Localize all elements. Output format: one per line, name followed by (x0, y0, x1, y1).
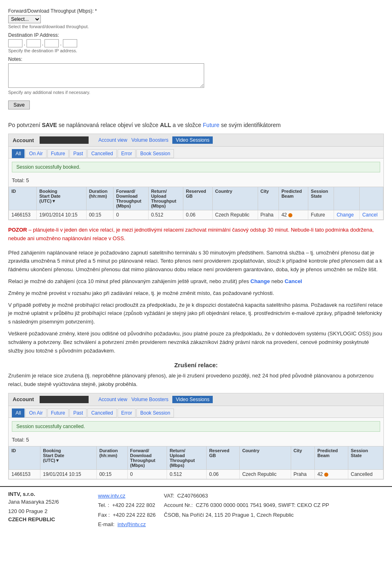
th-return-1: Return/UploadThroughput(Mbps) (148, 187, 183, 210)
desc-text-1: Po potvrzení SAVE se naplánovaná relace … (8, 121, 384, 129)
tab-error-2[interactable]: Error (118, 408, 136, 417)
footer-company-name: INTV, s.r.o. (8, 491, 90, 497)
video-sessions-btn-1[interactable]: Video Sessions (172, 136, 213, 144)
warning-text: POZOR – plánujete-li v jeden den více re… (8, 226, 384, 243)
notes-label: Notes: (8, 56, 384, 62)
tab-all-1[interactable]: All (12, 149, 24, 158)
body-para-1: Před zahájením naplánované relace je pož… (8, 249, 384, 274)
tab-book-session-1[interactable]: Book Session (136, 149, 174, 158)
footer-company-col: INTV, s.r.o. Jana Masaryka 252/6 120 00 … (8, 491, 90, 529)
ip-octet-2[interactable] (27, 39, 41, 47)
th-id-2: ID (9, 446, 40, 469)
footer-address-2: 120 00 Prague 2 (8, 508, 47, 514)
tab-error-1[interactable]: Error (118, 149, 136, 158)
account-nav-1: Account view Volume Boosters Video Sessi… (98, 136, 213, 144)
th-id-1: ID (9, 187, 37, 210)
footer-vat-row: VAT: CZ40766063 (164, 491, 329, 500)
account-header-2: Account Account view Volume Boosters Vid… (9, 393, 383, 406)
th-forward-2: Forward/DownloadThroughput(Mbps) (127, 446, 167, 469)
cancel-link-1[interactable]: Cancel (362, 212, 377, 218)
cell-forward-1: 0 (114, 210, 148, 220)
th-start-1[interactable]: BookingStart Date(UTC)▼ (37, 187, 87, 210)
account-panel-2: Account Account view Volume Boosters Vid… (8, 393, 384, 480)
notes-hint: Specify any additional notes if necessar… (8, 90, 384, 95)
account-panel-1: Account Account view Volume Boosters Vid… (8, 134, 384, 220)
th-return-2: Return/UploadThroughput(Mbps) (167, 446, 207, 469)
account-view-link-2[interactable]: Account view (98, 397, 127, 402)
ip-octet-1[interactable] (8, 39, 22, 47)
footer-vat-label: VAT: (164, 493, 174, 499)
session-table-2: ID BookingStart Date(UTC)▼ Duration(hh:m… (9, 446, 383, 479)
cell-duration-1: 00:15 (86, 210, 114, 220)
footer-tel: +420 224 222 802 (112, 502, 155, 508)
footer-email-link[interactable]: intv@intv.cz (118, 521, 146, 527)
desc-future-link[interactable]: Future (203, 122, 219, 128)
desc-save-bold: SAVE (42, 122, 57, 128)
table-row: 1466153 19/01/2014 10:15 00:15 0 0.512 0… (9, 210, 383, 220)
footer-contact-col: www.intv.cz Tel. : +420 224 222 802 Fax … (98, 491, 156, 529)
desc-all-bold: ALL (160, 122, 171, 128)
total-line-2: Total: 5 (9, 435, 383, 444)
desc-middle: se naplánovaná relace objeví ve složce (57, 122, 160, 128)
th-start-2[interactable]: BookingStart Date(UTC)▼ (40, 446, 97, 469)
footer-czech: CZECH REPUBLIC (8, 516, 90, 522)
video-sessions-btn-2[interactable]: Video Sessions (172, 396, 213, 403)
account-view-link-1[interactable]: Account view (98, 137, 127, 143)
throughput-select[interactable]: Select... (8, 15, 41, 23)
tab-onair-1[interactable]: On Air (25, 149, 46, 158)
tab-future-2[interactable]: Future (47, 408, 69, 417)
tab-book-session-2[interactable]: Book Session (136, 408, 174, 417)
cell-start-1: 19/01/2014 10:15 (37, 210, 87, 220)
cell-forward-2: 0 (127, 469, 167, 479)
volume-boosters-link-2[interactable]: Volume Boosters (131, 397, 169, 402)
beam-dot-1 (288, 213, 292, 217)
ip-dot-3: . (60, 40, 62, 47)
body-para-3: Změny je možné provést v rozsahu jako př… (8, 289, 384, 298)
th-city-2: City (291, 446, 314, 469)
th-country-2: Country (240, 446, 291, 469)
change-link-1[interactable]: Change (336, 212, 354, 218)
cancellation-heading: Zrušení relace: (8, 362, 384, 368)
body-para-4: V případě potřeby je možné probíhající r… (8, 301, 384, 326)
form-section: Forward/Download Throughput (Mbps): * Se… (8, 4, 384, 114)
warning-pozor: POZOR (8, 227, 27, 233)
th-state-1: SessionState (308, 187, 334, 210)
cancel-highlight: Cancel (285, 278, 302, 284)
cell-return-2: 0.512 (167, 469, 207, 479)
ip-octet-3[interactable] (45, 39, 59, 47)
footer-website-link[interactable]: www.intv.cz (98, 493, 125, 499)
save-button[interactable]: Save (8, 100, 30, 109)
th-change-1 (334, 187, 360, 210)
cell-change-1[interactable]: Change (334, 210, 360, 220)
tab-all-2[interactable]: All (12, 408, 24, 417)
warning-body: – plánujete-li v jeden den více relací, … (8, 227, 374, 241)
cell-cancel-1[interactable]: Cancel (360, 210, 383, 220)
cell-reserved-1: 0.06 (183, 210, 213, 220)
ip-dot-1: . (24, 40, 25, 47)
th-city-1: City (258, 187, 278, 210)
tab-bar-2: All On Air Future Past Cancelled Error B… (9, 406, 383, 418)
tab-cancelled-2[interactable]: Cancelled (87, 408, 116, 417)
tab-past-1[interactable]: Past (69, 149, 87, 158)
throughput-label: Forward/Download Throughput (Mbps): * (8, 8, 384, 14)
ip-dot-2: . (42, 40, 44, 47)
destination-ip-hint: Specify the destination IP address. (8, 48, 384, 53)
ip-octet-4[interactable] (63, 39, 77, 47)
cell-country-2: Czech Republic (240, 469, 291, 479)
th-duration-2: Duration(hh:mm) (97, 446, 127, 469)
volume-boosters-link-1[interactable]: Volume Boosters (131, 137, 169, 143)
th-state-2: SessionState (348, 446, 383, 469)
tab-cancelled-1[interactable]: Cancelled (87, 149, 116, 158)
tab-onair-2[interactable]: On Air (25, 408, 46, 417)
footer-tel-row: Tel. : +420 224 222 802 (98, 500, 156, 510)
cell-reserved-2: 0.06 (207, 469, 240, 479)
desc-before: Po potvrzení (8, 122, 42, 128)
notes-textarea[interactable] (8, 63, 204, 88)
cell-beam-1: 42 (279, 210, 308, 220)
footer-vat-col: VAT: CZ40766063 Account Nr.: CZ76 0300 0… (164, 491, 329, 529)
tab-future-1[interactable]: Future (47, 149, 69, 158)
account-name-redacted-1 (40, 136, 89, 144)
footer-account-label: Account Nr.: (164, 502, 193, 508)
ip-input-group: . . . (8, 39, 384, 47)
tab-past-2[interactable]: Past (69, 408, 87, 417)
